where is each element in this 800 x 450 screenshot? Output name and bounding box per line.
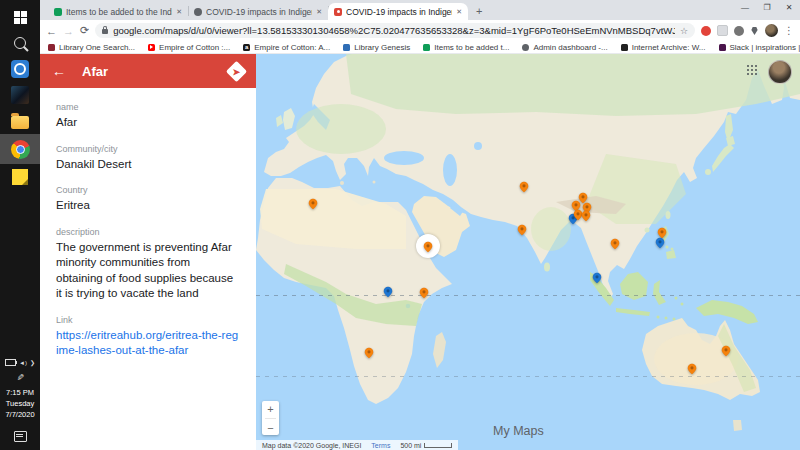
field-value: The government is preventing Afar minori… xyxy=(56,240,240,302)
adblock-extension-icon[interactable] xyxy=(701,26,711,36)
panel-header: ← Afar ➤ xyxy=(40,54,256,88)
bookmark-item[interactable]: Admin dashboard -... xyxy=(522,43,607,52)
pen-input-icon[interactable]: ✎ xyxy=(15,374,25,382)
browser-tab[interactable]: COVID-19 impacts in Indigenou ✕ xyxy=(328,3,468,20)
bookmark-label: Empire of Cotton :... xyxy=(159,43,230,52)
map-marker[interactable] xyxy=(418,286,430,300)
map-marker[interactable] xyxy=(422,240,434,254)
back-button[interactable]: ← xyxy=(46,25,57,37)
field-label: description xyxy=(56,227,240,237)
map-marker[interactable] xyxy=(591,271,603,285)
black-sea xyxy=(384,151,424,165)
volume-icon[interactable]: ◄) xyxy=(19,360,27,366)
bookmark-item[interactable]: a Empire of Cotton: A... xyxy=(243,43,330,52)
tab-title: Items to be added to the Indige xyxy=(66,7,172,17)
tab-title: COVID-19 impacts in Indigenou xyxy=(346,7,452,17)
bookmarks-bar: Library One Search... Empire of Cotton :… xyxy=(40,41,800,54)
field-value: Danakil Desert xyxy=(56,157,240,173)
chrome-app-icon[interactable] xyxy=(0,134,40,164)
bookmark-item[interactable]: Internet Archive: W... xyxy=(621,43,706,52)
map-marker[interactable] xyxy=(516,223,528,237)
account-avatar[interactable] xyxy=(768,60,792,84)
map-marker[interactable] xyxy=(580,209,592,223)
map-marker[interactable] xyxy=(307,197,319,211)
map-marker[interactable] xyxy=(518,180,530,194)
gray-extension-icon[interactable] xyxy=(717,25,728,36)
bookmark-favicon-icon xyxy=(621,44,628,51)
forward-button[interactable]: → xyxy=(63,25,74,37)
dark-extension-icon[interactable] xyxy=(734,26,744,36)
bookmark-star-icon[interactable]: ☆ xyxy=(680,26,688,36)
map-attribution-bar: Map data ©2020 Google, INEGI Terms 500 m… xyxy=(256,440,458,450)
bookmark-favicon-icon: a xyxy=(243,44,250,51)
field-label: name xyxy=(56,102,240,112)
bookmark-item[interactable]: Library Genesis xyxy=(343,43,410,52)
madagascar xyxy=(433,332,446,368)
action-center-icon[interactable] xyxy=(14,431,27,442)
https-lock-icon[interactable] xyxy=(102,29,108,34)
bookmark-item[interactable]: Library One Search... xyxy=(48,43,135,52)
terms-link[interactable]: Terms xyxy=(371,442,390,449)
field-label: Link xyxy=(56,315,240,325)
minimize-button[interactable]: — xyxy=(734,3,756,12)
map-marker[interactable] xyxy=(363,346,375,360)
map-data-credit: Map data ©2020 Google, INEGI xyxy=(262,442,361,449)
profile-avatar[interactable] xyxy=(765,24,778,37)
bookmark-item[interactable]: Items to be added t... xyxy=(423,43,509,52)
map-marker[interactable] xyxy=(654,236,666,250)
tray-expand-icon[interactable]: ❯ xyxy=(30,359,35,366)
address-bar[interactable]: google.com/maps/d/u/0/viewer?ll=13.58153… xyxy=(95,23,695,38)
map-marker[interactable] xyxy=(382,285,394,299)
map-marker[interactable] xyxy=(686,362,698,376)
browser-tab[interactable]: COVID-19 impacts in Indigenou ✕ xyxy=(188,3,328,20)
info-field: Community/city Danakil Desert xyxy=(56,144,240,173)
landmass-uk xyxy=(283,108,295,130)
people-app-icon[interactable] xyxy=(0,56,40,82)
directions-icon[interactable]: ➤ xyxy=(226,60,247,81)
tab-close-icon[interactable]: ✕ xyxy=(176,8,182,16)
field-value: Afar xyxy=(56,115,240,131)
map-canvas[interactable]: + − My Maps Map data ©2020 Google, INEGI… xyxy=(256,54,800,450)
bookmark-label: Library One Search... xyxy=(59,43,135,52)
tab-close-icon[interactable]: ✕ xyxy=(316,8,322,16)
battery-icon[interactable] xyxy=(5,359,16,366)
map-marker[interactable] xyxy=(609,237,621,251)
zoom-out-button[interactable]: − xyxy=(267,422,273,434)
google-apps-grid-icon[interactable] xyxy=(747,65,758,76)
search-icon[interactable] xyxy=(0,30,40,56)
bookmark-item[interactable]: Slack | inspirations |... xyxy=(719,43,800,52)
browser-tab[interactable]: Items to be added to the Indige ✕ xyxy=(48,3,188,20)
pin-extension-icon[interactable] xyxy=(750,26,759,35)
place-info-panel: ← Afar ➤ name Afar Community/city Da xyxy=(40,54,256,450)
tab-favicon-icon xyxy=(334,8,342,16)
map-marker[interactable] xyxy=(720,344,732,358)
file-explorer-icon[interactable] xyxy=(0,108,40,134)
page-content: ← Afar ➤ name Afar Community/city Da xyxy=(40,54,800,450)
url-text[interactable]: google.com/maps/d/u/0/viewer?ll=13.58153… xyxy=(113,25,675,36)
hainan xyxy=(645,228,650,233)
reload-button[interactable]: ⟳ xyxy=(80,24,89,37)
new-tab-button[interactable]: + xyxy=(476,5,482,17)
scale-bar: 500 mi xyxy=(400,442,452,449)
place-link[interactable]: https://eritreahub.org/eritrea-the-regim… xyxy=(56,328,240,359)
back-arrow-icon[interactable]: ← xyxy=(52,63,66,79)
window-controls: — ❐ ✕ xyxy=(734,0,800,14)
google-my-maps-watermark: My Maps xyxy=(488,424,544,438)
close-button[interactable]: ✕ xyxy=(778,3,800,12)
bookmark-item[interactable]: Empire of Cotton :... xyxy=(148,43,230,52)
zoom-in-button[interactable]: + xyxy=(267,403,273,415)
menu-kebab-icon[interactable]: ⋮ xyxy=(784,25,794,36)
panel-title: Afar xyxy=(82,64,229,79)
media-app-icon[interactable] xyxy=(0,82,40,108)
taskbar-clock[interactable]: 7:15 PM Tuesday 7/7/2020 xyxy=(5,388,34,421)
start-button-icon[interactable] xyxy=(0,4,40,30)
link-field: Link https://eritreahub.org/eritrea-the-… xyxy=(40,315,256,359)
equator-line xyxy=(256,295,800,296)
sticky-notes-icon[interactable] xyxy=(0,164,40,190)
bookmark-label: Internet Archive: W... xyxy=(632,43,706,52)
desktop-screen: ◄) ❯ ✎ 7:15 PM Tuesday 7/7/2020 Items to… xyxy=(0,0,800,450)
tab-favicon-icon xyxy=(194,8,202,16)
maximize-button[interactable]: ❐ xyxy=(756,3,778,12)
field-label: Community/city xyxy=(56,144,240,154)
tab-close-icon[interactable]: ✕ xyxy=(456,8,462,16)
